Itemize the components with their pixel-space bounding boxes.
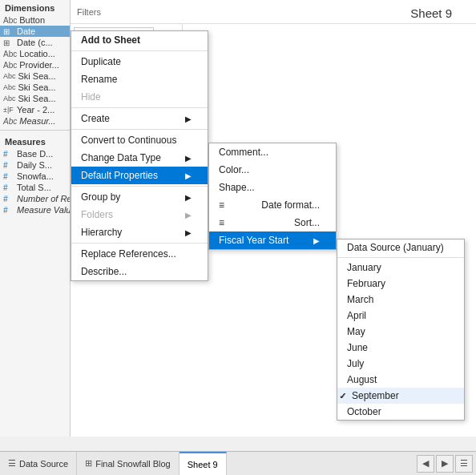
sheet-title: Sheet 9 (410, 6, 452, 20)
check-icon: ✓ (340, 391, 347, 401)
default-properties-arrow: ▶ (185, 171, 192, 180)
type-icon-date-copy: ⊞ (3, 38, 14, 47)
measure-label-num-records: Number of Records (17, 194, 70, 203)
menu-rename[interactable]: Rename (71, 70, 208, 88)
fiscal-march[interactable]: March (337, 292, 464, 308)
menu-replace-references[interactable]: Replace References... (71, 245, 208, 263)
type-icon-ski-sea2: Abc (3, 83, 16, 91)
dim-location[interactable]: Abc Locatio... (0, 48, 70, 59)
panel-divider (0, 130, 70, 131)
type-icon-ski-sea3: Abc (3, 95, 16, 103)
dim-ski-sea3[interactable]: Abc Ski Sea... (0, 93, 70, 104)
menu-hide[interactable]: Hide (71, 88, 208, 106)
fiscal-may[interactable]: May (337, 324, 464, 340)
menu-group-by[interactable]: Group by ▶ (71, 188, 208, 206)
fiscal-data-source[interactable]: Data Source (January) (337, 240, 464, 256)
type-icon-button: Abc (3, 16, 17, 25)
fiscal-february[interactable]: February (337, 276, 464, 292)
dim-button[interactable]: Abc Button (0, 14, 70, 26)
fiscal-year-arrow: ▶ (313, 236, 320, 245)
dim-date-copy[interactable]: ⊞ Date (c... (0, 37, 70, 48)
dim-date[interactable]: ⊞ Date (0, 26, 70, 37)
menu-add-to-sheet[interactable]: Add to Sheet (71, 31, 208, 49)
dim-label-button: Button (19, 15, 45, 25)
measure-snowfa[interactable]: # Snowfa... (0, 171, 70, 182)
menu-sep-2 (71, 107, 208, 108)
type-icon-year: ±|F (3, 106, 14, 114)
type-icon-base-d: # (3, 150, 14, 159)
menu-duplicate[interactable]: Duplicate (71, 53, 208, 70)
tab-sheet9[interactable]: Sheet 9 (180, 452, 227, 475)
menu-convert-continuous[interactable]: Convert to Continuous (71, 131, 208, 149)
fiscal-april[interactable]: April (337, 308, 464, 324)
measure-daily-s[interactable]: # Daily S... (0, 159, 70, 171)
data-source-icon: ☰ (8, 458, 16, 469)
measure-num-records[interactable]: # Number of Records (0, 193, 70, 204)
tab-data-source[interactable]: ☰ Data Source (0, 452, 77, 475)
dim-label-ski-sea1: Ski Sea... (18, 71, 56, 81)
measure-label-values: Measure Values (17, 205, 70, 215)
type-icon-num-records: # (3, 195, 14, 203)
dim-label-ski-sea3: Ski Sea... (18, 94, 56, 103)
fiscal-june[interactable]: June (337, 340, 464, 356)
sort-lines-icon: ≡ (219, 217, 224, 228)
dim-ski-sea1[interactable]: Abc Ski Sea... (0, 70, 70, 82)
menu-folders[interactable]: Folders ▶ (71, 206, 208, 223)
submenu-date-format[interactable]: ≡ Date format... (209, 196, 336, 214)
measure-values[interactable]: # Measure Values (0, 204, 70, 215)
dim-label-provider: Provider... (19, 60, 59, 70)
menu-describe[interactable]: Describe... (71, 263, 208, 280)
measure-base-d[interactable]: # Base D... (0, 148, 70, 159)
submenu-comment[interactable]: Comment... (209, 143, 336, 161)
dim-label-ski-sea2: Ski Sea... (18, 83, 56, 92)
tab-data-source-label: Data Source (19, 459, 68, 469)
type-icon-ski-sea1: Abc (3, 72, 16, 80)
fiscal-july[interactable]: July (337, 356, 464, 372)
dim-label-year: Year - 2... (17, 105, 54, 115)
menu-sep-5 (71, 243, 208, 244)
type-icon-daily-s: # (3, 161, 14, 170)
tab-ctrl-left[interactable]: ◀ (417, 455, 434, 473)
context-menu: Add to Sheet Duplicate Rename Hide Creat… (71, 30, 208, 281)
change-data-type-arrow: ▶ (185, 154, 192, 163)
type-icon-total-s: # (3, 183, 14, 192)
measure-label-total-s: Total S... (17, 183, 51, 192)
dim-provider[interactable]: Abc Provider... (0, 59, 70, 70)
dim-label-date: Date (17, 26, 35, 36)
tab-ctrl-right[interactable]: ▶ (436, 455, 454, 473)
menu-sep-1 (71, 50, 208, 51)
type-icon-measure-names: Abc (3, 117, 17, 126)
type-icon-measure-values: # (3, 206, 14, 215)
tab-sheet9-label: Sheet 9 (188, 460, 218, 469)
dim-measure-names[interactable]: Abc Measur... (0, 115, 70, 127)
fiscal-january[interactable]: January (337, 260, 464, 276)
menu-default-properties[interactable]: Default Properties ▶ (71, 167, 208, 184)
tab-bar: ☰ Data Source ⊞ Final Snowfall Blog Shee… (0, 451, 476, 475)
dim-label-measure-names: Measur... (19, 116, 55, 126)
fiscal-october[interactable]: October (337, 404, 464, 420)
submenu-shape[interactable]: Shape... (209, 179, 336, 196)
dim-ski-sea2[interactable]: Abc Ski Sea... (0, 82, 70, 93)
tab-final-snowfall-label: Final Snowfall Blog (95, 459, 171, 469)
menu-change-data-type[interactable]: Change Data Type ▶ (71, 149, 208, 167)
dim-year[interactable]: ±|F Year - 2... (0, 104, 70, 115)
measure-label-base-d: Base D... (17, 149, 53, 159)
type-icon-location: Abc (3, 50, 17, 58)
left-panel: Dimensions Abc Button ⊞ Date ⊞ Date (c..… (0, 0, 71, 437)
tab-final-snowfall-blog[interactable]: ⊞ Final Snowfall Blog (77, 452, 180, 475)
submenu-fiscal-year-start[interactable]: Fiscal Year Start ▶ (209, 231, 336, 249)
type-icon-provider: Abc (3, 61, 17, 70)
submenu-color[interactable]: Color... (209, 161, 336, 179)
measure-total-s[interactable]: # Total S... (0, 182, 70, 193)
filters-label: Filters (77, 7, 101, 17)
tab-controls: ◀ ▶ ☰ (417, 452, 476, 475)
dimensions-label: Dimensions (0, 0, 70, 14)
fiscal-august[interactable]: August (337, 372, 464, 388)
dim-label-location: Locatio... (19, 49, 55, 58)
submenu-default-properties: Comment... Color... Shape... ≡ Date form… (208, 143, 337, 250)
menu-create[interactable]: Create ▶ (71, 110, 208, 127)
fiscal-september[interactable]: ✓ September (337, 388, 464, 404)
menu-hierarchy[interactable]: Hierarchy ▶ (71, 223, 208, 241)
submenu-sort[interactable]: ≡ Sort... (209, 214, 336, 231)
tab-ctrl-menu[interactable]: ☰ (455, 455, 473, 473)
